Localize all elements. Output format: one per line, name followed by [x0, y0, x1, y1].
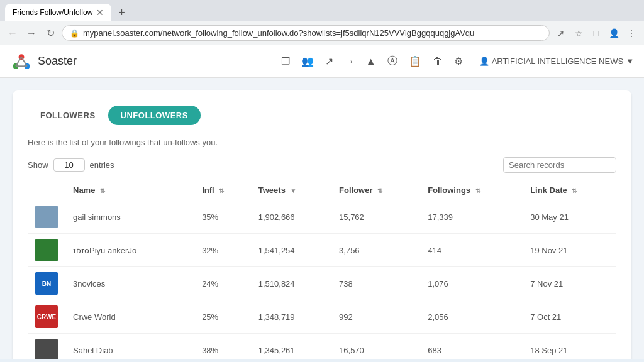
cell-name: Sahel Diab	[65, 334, 194, 360]
cell-infl: 24%	[194, 267, 251, 300]
avatar-cell	[28, 334, 65, 360]
cell-name: 3novices	[65, 267, 194, 300]
main-card: FOLLOWERS UNFOLLOWERS Here is the list o…	[13, 90, 631, 359]
svg-line-3	[16, 57, 21, 65]
followers-tab[interactable]: FOLLOWERS	[28, 106, 108, 125]
cell-infl: 25%	[194, 300, 251, 334]
cell-infl: 35%	[194, 200, 251, 234]
entries-input[interactable]	[53, 158, 85, 172]
table-row: CRWE Crwe World 25% 1,348,719 992 2,056 …	[28, 300, 616, 334]
col-linkdate[interactable]: Link Date ⇅	[523, 180, 616, 200]
cell-followings: 1,076	[420, 267, 523, 300]
col-avatar	[28, 180, 65, 200]
url-text: mypanel.soaster.com/network_following_fo…	[83, 28, 541, 38]
table-row: Sahel Diab 38% 1,345,261 16,570 683 18 S…	[28, 334, 616, 360]
show-entries: Show entries	[28, 158, 114, 172]
logo-text: Soaster	[38, 55, 77, 68]
top-navigation: Soaster ❐ 👥 ↗ → ▲ Ⓐ 📋 🗑 ⚙ 👤 ARTIFICIAL I…	[0, 45, 644, 78]
arrow-icon[interactable]: →	[345, 56, 355, 67]
table-controls: Show entries	[28, 157, 616, 173]
table-row: gail simmons 35% 1,902,666 15,762 17,339…	[28, 200, 616, 234]
back-button[interactable]: ←	[5, 26, 20, 41]
table-row: BN 3novices 24% 1,510,824 738 1,076 7 No…	[28, 267, 616, 300]
account-dropdown-icon: ▼	[626, 57, 634, 66]
cell-follower: 992	[331, 300, 420, 334]
avatar	[35, 206, 58, 228]
cell-name: gail simmons	[65, 200, 194, 234]
tab-buttons: FOLLOWERS UNFOLLOWERS	[28, 106, 616, 125]
account-icon-person: 👤	[479, 57, 489, 66]
table-header-row: Name ⇅ Infl ⇅ Tweets ▼ Follower ⇅ Follow…	[28, 180, 616, 200]
main-content: FOLLOWERS UNFOLLOWERS Here is the list o…	[0, 78, 644, 359]
forward-button[interactable]: →	[24, 26, 39, 41]
browser-tab[interactable]: Friends Follow/Unfollow ✕	[5, 4, 111, 21]
cell-follower: 738	[331, 267, 420, 300]
cell-linkdate: 30 May 21	[523, 200, 616, 234]
new-tab-button[interactable]: +	[114, 5, 129, 20]
people-icon[interactable]: 👥	[301, 55, 314, 67]
avatar-cell: BN	[28, 267, 65, 300]
avatar: BN	[35, 272, 58, 295]
avatar-cell	[28, 234, 65, 267]
cell-name: ɪᴅɪᴏPiyu ankerJo	[65, 234, 194, 267]
cell-infl: 32%	[194, 234, 251, 267]
avatar: CRWE	[35, 305, 58, 328]
cell-followings: 414	[420, 234, 523, 267]
delete-icon[interactable]: 🗑	[433, 56, 443, 67]
tab-close-button[interactable]: ✕	[96, 8, 104, 18]
upload-icon[interactable]: ▲	[366, 56, 376, 67]
avatar-cell	[28, 200, 65, 234]
col-followings[interactable]: Followings ⇅	[420, 180, 523, 200]
trending-icon[interactable]: ↗	[325, 55, 333, 67]
lock-icon: 🔒	[70, 29, 79, 38]
cell-tweets: 1,348,719	[251, 300, 331, 334]
avatar	[35, 339, 58, 359]
cell-followings: 2,056	[420, 300, 523, 334]
data-table: Name ⇅ Infl ⇅ Tweets ▼ Follower ⇅ Follow…	[28, 180, 616, 359]
col-follower[interactable]: Follower ⇅	[331, 180, 420, 200]
unfollowers-tab[interactable]: UNFOLLOWERS	[108, 106, 201, 125]
avatar-cell: CRWE	[28, 300, 65, 334]
col-name[interactable]: Name ⇅	[65, 180, 194, 200]
cell-name: Crwe World	[65, 300, 194, 334]
cell-linkdate: 7 Nov 21	[523, 267, 616, 300]
tab-title: Friends Follow/Unfollow	[13, 8, 92, 17]
cell-followings: 17,339	[420, 200, 523, 234]
refresh-button[interactable]: ↻	[43, 26, 58, 41]
clipboard-icon[interactable]: 📋	[409, 55, 421, 67]
cell-followings: 683	[420, 334, 523, 360]
entries-label: entries	[90, 160, 114, 170]
profile-button[interactable]: 👤	[606, 26, 621, 41]
col-infl[interactable]: Infl ⇅	[194, 180, 251, 200]
cell-follower: 16,570	[331, 334, 420, 360]
cell-linkdate: 18 Sep 21	[523, 334, 616, 360]
address-bar[interactable]: 🔒 mypanel.soaster.com/network_following_…	[62, 25, 550, 41]
grid-icon[interactable]: ❐	[281, 55, 290, 67]
cell-follower: 15,762	[331, 200, 420, 234]
share-button[interactable]: ➚	[553, 26, 569, 41]
show-label: Show	[28, 160, 48, 170]
cell-follower: 3,756	[331, 234, 420, 267]
search-input[interactable]	[503, 157, 616, 173]
menu-button[interactable]: ⋮	[624, 26, 639, 41]
cell-infl: 38%	[194, 334, 251, 360]
cell-tweets: 1,541,254	[251, 234, 331, 267]
svg-line-4	[21, 57, 27, 65]
logo[interactable]: Soaster	[10, 50, 77, 73]
account-menu[interactable]: 👤 ARTIFICIAL INTELLIGENCE NEWS ▼	[479, 57, 634, 66]
bookmark-button[interactable]: ☆	[571, 26, 586, 41]
description-text: Here is the list of your followings that…	[28, 138, 616, 147]
cell-linkdate: 19 Nov 21	[523, 234, 616, 267]
avatar	[35, 239, 58, 261]
settings-icon[interactable]: ⚙	[454, 55, 463, 67]
search-area	[503, 157, 616, 173]
split-screen-button[interactable]: □	[589, 26, 604, 41]
cell-tweets: 1,345,261	[251, 334, 331, 360]
cell-linkdate: 7 Oct 21	[523, 300, 616, 334]
col-tweets[interactable]: Tweets ▼	[251, 180, 331, 200]
table-row: ɪᴅɪᴏPiyu ankerJo 32% 1,541,254 3,756 414…	[28, 234, 616, 267]
nav-icons: ❐ 👥 ↗ → ▲ Ⓐ 📋 🗑 ⚙ 👤 ARTIFICIAL INTELLIGE…	[281, 55, 634, 68]
account-icon[interactable]: Ⓐ	[387, 55, 397, 68]
account-label: ARTIFICIAL INTELLIGENCE NEWS	[492, 57, 624, 66]
cell-tweets: 1,902,666	[251, 200, 331, 234]
